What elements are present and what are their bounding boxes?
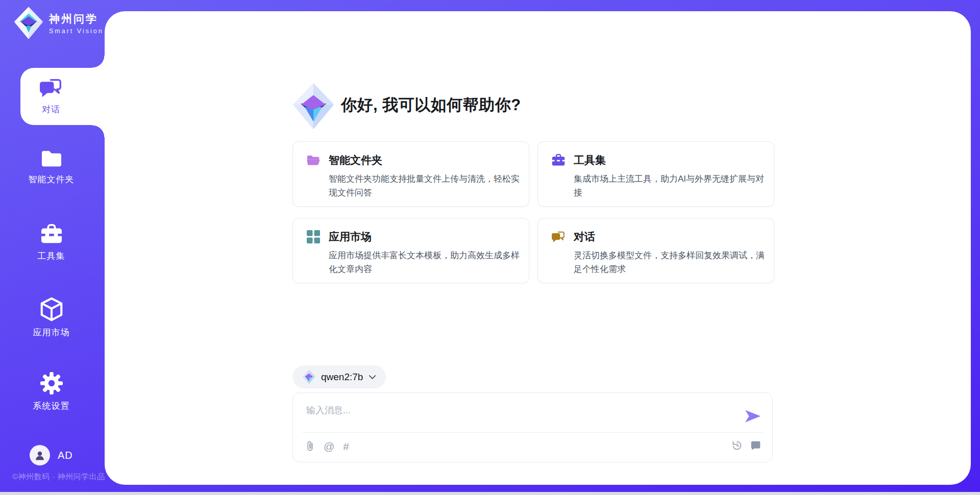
sidebar-item-label: 智能文件夹 [29,174,75,185]
card-head: 智能文件夹 [306,153,516,167]
card-description: 应用市场提供丰富长文本模板，助力高效生成多样化文章内容 [329,249,528,276]
grid-icon [306,230,321,244]
sidebar-item-label: 系统设置 [33,400,70,412]
tab-fillet-bottom [92,125,105,137]
brand-logo: 神州问学 Smart Vision [13,6,104,40]
user-menu[interactable]: AD [30,445,73,465]
greeting-title: 你好, 我可以如何帮助你? [341,94,521,116]
brand-name-en: Smart Vision [49,28,104,35]
card-description: 灵活切换多模型文件，支持多样回复效果调试，满足个性化需求 [574,249,773,276]
hash-icon: # [343,441,349,452]
model-selector[interactable]: qwen2:7b [292,365,386,388]
mention-button[interactable]: @ [324,441,334,452]
composer-divider [302,432,763,433]
window-edge [0,492,980,495]
sidebar-item-chat[interactable]: 对话 [20,68,105,125]
sidebar-item-chat-content: 对话 [20,68,82,125]
sidebar-item-app-market[interactable]: 应用市场 [9,297,93,338]
composer-tools-right [731,440,761,451]
card-smart-folder[interactable]: 智能文件夹 智能文件夹功能支持批量文件上传与清洗，轻松实现文件问答 [292,141,529,207]
person-icon [34,450,45,461]
cube-icon [40,297,63,321]
history-button[interactable] [731,440,743,451]
folder-open-icon [306,153,321,167]
card-chat[interactable]: 对话 灵活切换多模型文件，支持多样回复效果调试，满足个性化需求 [537,218,774,283]
avatar[interactable] [30,445,50,465]
bubble-icon [750,440,761,451]
card-description: 智能文件夹功能支持批量文件上传与清洗，轻松实现文件问答 [329,172,528,200]
card-title: 工具集 [574,153,606,167]
send-icon [745,409,761,423]
card-head: 对话 [551,230,761,244]
brand-text: 神州问学 Smart Vision [49,12,104,35]
paperclip-icon [305,440,315,452]
sidebar-item-smart-folder[interactable]: 智能文件夹 [9,149,93,185]
card-app-market[interactable]: 应用市场 应用市场提供丰富长文本模板，助力高效生成多样化文章内容 [292,218,529,283]
chevron-down-icon [369,375,376,380]
sidebar-item-label: 对话 [42,104,60,115]
topic-button[interactable]: # [343,441,349,452]
card-title: 对话 [574,230,595,244]
message-input[interactable] [306,402,715,419]
composer-tools-left: @ # [305,440,349,452]
footer-credit: ©神州数码 · 神州问学出品 [12,472,105,482]
gear-icon [40,372,63,395]
brand-name-cn: 神州问学 [49,12,104,26]
sidebar-item-settings[interactable]: 系统设置 [9,372,93,412]
briefcase-icon [551,153,566,167]
briefcase-icon [40,224,63,245]
card-description: 集成市场上主流工具，助力AI与外界无缝扩展与对接 [574,172,773,200]
feedback-button[interactable] [750,440,761,451]
card-title: 智能文件夹 [329,153,382,167]
card-head: 工具集 [551,153,761,167]
chat-icon [39,78,63,99]
card-toolkit[interactable]: 工具集 集成市场上主流工具，助力AI与外界无缝扩展与对接 [537,141,774,207]
send-button[interactable] [745,409,761,424]
at-icon: @ [324,441,334,452]
tab-fillet-top [92,56,105,68]
model-name: qwen2:7b [321,372,363,383]
folder-icon [40,149,63,168]
history-icon [731,440,743,451]
sidebar-item-label: 工具集 [38,250,65,262]
sidebar-item-label: 应用市场 [33,327,70,338]
diamond-logo-icon [302,369,315,384]
attach-button[interactable] [305,440,315,452]
card-head: 应用市场 [306,230,516,244]
sidebar-item-toolkit[interactable]: 工具集 [9,224,93,262]
card-title: 应用市场 [329,230,372,244]
greeting-diamond-icon [292,82,335,130]
user-name: AD [58,450,73,461]
composer: @ # [292,392,773,462]
chat-icon [551,230,566,244]
diamond-logo-icon [13,6,44,40]
